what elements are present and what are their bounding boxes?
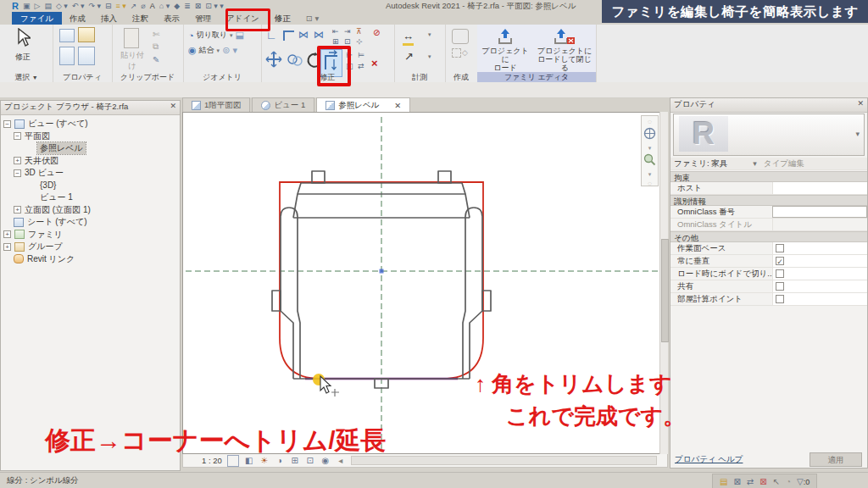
load-and-close-button[interactable]: プロジェクトにロードして閉じる (535, 28, 594, 72)
create-group-icon[interactable] (452, 29, 469, 44)
property-row-omniclass-title[interactable]: OmniClass タイトル (670, 219, 867, 231)
type-selector[interactable]: R ▾ (673, 114, 865, 156)
property-row-host[interactable]: ホスト (670, 182, 867, 195)
select-toggle-icon[interactable]: ↖ (773, 477, 780, 486)
project-browser-header[interactable]: プロジェクト ブラウザ - 椅子2.rfa ✕ (1, 101, 180, 115)
paint-icon[interactable]: ⊚ ▾ (222, 45, 237, 56)
cut-clipboard-icon[interactable]: ✄ (153, 30, 159, 39)
thin-lines-icon[interactable]: ≣ (184, 2, 191, 10)
family-filter-row[interactable]: ファミリ: 家具 ▾ タイプ編集 (670, 158, 867, 170)
close-icon[interactable]: ✕ (394, 101, 401, 110)
tab-file[interactable]: ファイル (12, 12, 62, 25)
tree-item-elevations[interactable]: + 立面図 (立面図 1) (3, 204, 180, 217)
panel-label-properties[interactable]: プロパティ (53, 72, 112, 82)
tree-item-ref-level[interactable]: 参照レベル (3, 142, 180, 155)
checkbox-unchecked[interactable] (776, 244, 784, 252)
background-processes-icon[interactable]: ◔ (786, 477, 791, 486)
panel-label-geometry[interactable]: ジオメトリ (183, 72, 261, 82)
tree-item-floorplans[interactable]: − 平面図 (3, 130, 180, 143)
property-row-cut-with-voids[interactable]: ロード時にボイドで切り... (670, 268, 867, 280)
move-icon[interactable] (264, 50, 283, 72)
split-element-icon[interactable]: ⇤ (332, 27, 339, 36)
tree-item-groups[interactable]: + グループ (3, 241, 180, 253)
revit-logo-icon[interactable]: R (12, 1, 19, 11)
section-other[interactable]: その他 (670, 231, 867, 242)
section-identity[interactable]: 識別情報 (670, 195, 867, 206)
paste-icon[interactable] (124, 28, 139, 48)
undo-icon[interactable]: ↶ ▾ (72, 2, 85, 10)
tab-create[interactable]: 作成 (62, 12, 93, 25)
active-workset-icon[interactable]: ▤ (720, 477, 727, 486)
swap-icon[interactable]: ⇄ (358, 62, 364, 70)
copy-clipboard-icon[interactable]: ⧉ (153, 42, 159, 52)
properties-header[interactable]: プロパティ ✕ (670, 98, 867, 113)
expand-icon[interactable]: + (14, 157, 21, 164)
panel-label-select[interactable]: 選択 ▼ (0, 72, 53, 82)
edit-type-button[interactable]: タイプ編集 (764, 158, 804, 169)
section-constraints[interactable]: 拘束 (670, 171, 867, 182)
design-options-icon[interactable]: ⊠ (760, 477, 766, 486)
trim-extend-multi-icon[interactable]: ⊨ (358, 51, 364, 59)
modify-arrow-button[interactable]: 修正 (15, 28, 31, 63)
save-icon[interactable]: ▤ (44, 2, 52, 10)
navbar-options-icon[interactable]: ◌ (648, 118, 652, 125)
close-hidden-icon[interactable]: ⊠ (195, 2, 202, 10)
wheel-dropdown[interactable]: ▾ (648, 145, 652, 152)
tree-item-view1[interactable]: ビュー 1 (3, 191, 180, 204)
property-row-omniclass-number[interactable]: OmniClass 番号 (670, 206, 867, 219)
tab-modify[interactable]: 修正 (267, 12, 298, 25)
tab-annotate[interactable]: 注釈 (125, 12, 156, 25)
paste-label[interactable]: 貼り付け (117, 50, 147, 72)
panel-label-clipboard[interactable]: クリップボード (112, 72, 183, 82)
properties-icon[interactable] (59, 29, 75, 42)
collapse-icon[interactable]: − (14, 132, 21, 140)
close-icon[interactable]: ✕ (857, 99, 864, 108)
ui-window-icon[interactable]: ▣ (23, 2, 31, 10)
panel-label-create[interactable]: 作成 (445, 72, 477, 82)
panel-label-measure[interactable]: 計測 (394, 72, 445, 82)
type-properties-icon[interactable] (59, 47, 75, 65)
navbar-settings-icon[interactable]: ◌ (648, 180, 652, 187)
measure-dropdown[interactable]: ▾ (428, 31, 431, 38)
sync-icon[interactable]: ◇ ▾ (56, 2, 68, 10)
filter-icon[interactable]: ▽:0 (797, 477, 810, 486)
checkbox-unchecked[interactable] (776, 269, 784, 278)
redo-icon[interactable]: ↷ ▾ (88, 2, 101, 10)
family-types-icon[interactable] (78, 27, 95, 42)
horizontal-scrollbar[interactable] (351, 456, 657, 465)
view-tab-view1[interactable]: ビュー 1 (252, 97, 314, 112)
tree-item-3d[interactable]: {3D} (3, 180, 180, 192)
family-category-icon[interactable] (78, 47, 95, 65)
property-row-always-vertical[interactable]: 常に垂直 ✓ (670, 255, 867, 268)
worksharing-display-icon[interactable]: ⇄ (747, 477, 754, 486)
checkbox-checked[interactable]: ✓ (776, 257, 784, 265)
omniclass-number-input[interactable] (772, 206, 867, 218)
customize-qat-icon[interactable]: ⊡ ▾ ▾ (205, 2, 224, 10)
property-row-shared[interactable]: 共有 (670, 280, 867, 293)
tab-view[interactable]: 表示 (156, 12, 187, 25)
tree-item-revit-links[interactable]: Revit リンク (3, 253, 180, 266)
match-type-icon[interactable]: ✎ (153, 55, 159, 64)
expand-icon[interactable]: + (3, 243, 11, 251)
tree-item-3d-views[interactable]: − 3D ビュー (3, 167, 180, 180)
tag-icon[interactable]: ⌀ (141, 2, 145, 10)
array-icon[interactable]: ⊞ (332, 37, 339, 46)
unpin-icon[interactable]: ⊼ (356, 27, 362, 36)
steering-wheel-icon[interactable] (643, 127, 656, 143)
dimension-icon[interactable]: ↗ (404, 50, 414, 63)
measure-icon[interactable]: ≡ ▾ (116, 2, 126, 10)
delete-icon[interactable]: × (371, 57, 378, 69)
text-icon[interactable]: A (150, 2, 155, 10)
pin-icon[interactable]: ⊹ (356, 37, 363, 46)
checkbox-unchecked[interactable] (776, 295, 784, 303)
measure-between-icon[interactable]: ↔ (403, 30, 414, 46)
expand-icon[interactable]: + (3, 230, 11, 238)
print-icon[interactable]: ⊟ (105, 2, 112, 10)
collapse-icon[interactable]: − (14, 169, 21, 177)
apply-button[interactable]: 適用 (810, 452, 862, 467)
create-assembly-icon[interactable]: ◇ (462, 48, 468, 57)
join-geometry-tool[interactable]: ◉ 結合▾ ⊚ ▾ (188, 45, 237, 56)
chevron-down-icon[interactable]: ▾ (855, 130, 860, 138)
create-similar-icon[interactable] (452, 48, 461, 58)
dimension-dropdown[interactable]: ▾ (428, 53, 431, 60)
